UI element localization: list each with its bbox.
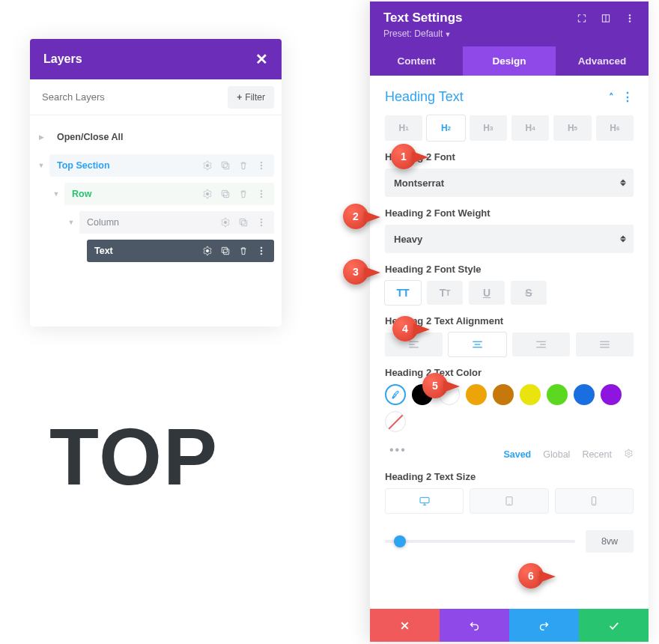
duplicate-icon[interactable] <box>220 246 231 256</box>
tab-advanced[interactable]: Advanced <box>556 46 649 76</box>
tree-column-row[interactable]: ▼ Column <box>37 210 274 235</box>
color-swatch[interactable] <box>520 384 541 405</box>
color-swatch[interactable] <box>493 384 514 405</box>
device-row <box>385 488 634 514</box>
preset-label: Preset: Default <box>383 28 443 39</box>
no-color-swatch[interactable] <box>385 411 406 432</box>
device-tablet-button[interactable] <box>470 488 548 514</box>
heading-h3[interactable]: H3 <box>470 115 507 141</box>
heading-h5[interactable]: H5 <box>553 115 591 141</box>
preset-selector[interactable]: Preset: Default▼ <box>383 28 635 46</box>
svg-rect-7 <box>224 192 229 198</box>
gear-icon[interactable] <box>202 246 213 256</box>
expand-icon[interactable] <box>577 13 587 23</box>
trash-icon[interactable] <box>238 160 249 171</box>
align-right-button[interactable] <box>512 332 570 356</box>
tree-open-close-row[interactable]: ▶ Open/Close All <box>37 124 274 150</box>
svg-point-0 <box>206 164 209 167</box>
device-desktop-button[interactable] <box>385 488 464 514</box>
weight-label: Heading 2 Font Weight <box>385 207 634 219</box>
heading-h1[interactable]: H1 <box>385 115 422 141</box>
color-swatch[interactable] <box>466 384 487 405</box>
align-justify-button[interactable] <box>576 332 634 356</box>
svg-rect-1 <box>224 164 229 169</box>
smallcaps-button[interactable]: TT <box>427 281 463 305</box>
filter-button[interactable]: + Filter <box>228 86 274 109</box>
heading-h6[interactable]: H6 <box>596 115 634 141</box>
svg-point-6 <box>206 192 209 195</box>
caret-down-icon: ▼ <box>37 162 45 169</box>
duplicate-icon[interactable] <box>220 189 231 199</box>
strikethrough-button[interactable]: S <box>511 281 547 305</box>
duplicate-icon[interactable] <box>220 160 231 171</box>
cancel-button[interactable] <box>370 609 440 642</box>
svg-point-18 <box>206 249 209 252</box>
heading-h4[interactable]: H4 <box>511 115 549 141</box>
device-phone-button[interactable] <box>555 488 634 514</box>
gear-icon[interactable] <box>624 449 634 461</box>
size-label: Heading 2 Text Size <box>385 471 634 482</box>
gear-icon[interactable] <box>220 217 231 228</box>
uppercase-button[interactable]: TT <box>385 281 421 305</box>
color-swatch[interactable] <box>601 384 622 405</box>
heading-level-row: H1 H2 H3 H4 H5 H6 <box>385 115 634 141</box>
more-icon[interactable] <box>256 189 267 199</box>
select-arrows-icon <box>620 180 626 186</box>
chevron-up-icon[interactable]: ˄ <box>609 91 614 103</box>
font-style-row: TT TT U S <box>385 281 634 305</box>
svg-point-11 <box>261 196 262 198</box>
annotation-pointer-3: 3 <box>343 259 383 286</box>
svg-point-21 <box>261 247 262 249</box>
color-tab-saved[interactable]: Saved <box>503 449 531 460</box>
slider-thumb[interactable] <box>394 535 406 547</box>
more-icon[interactable]: ⋮ <box>622 90 634 104</box>
tree-text-row[interactable]: Text <box>37 238 274 264</box>
snap-icon[interactable] <box>601 13 611 23</box>
search-input[interactable] <box>37 85 228 109</box>
undo-button[interactable] <box>440 609 509 642</box>
plus-icon: + <box>237 92 242 103</box>
heading-h2[interactable]: H2 <box>427 115 464 141</box>
color-tab-recent[interactable]: Recent <box>582 449 612 460</box>
confirm-button[interactable] <box>579 609 649 642</box>
redo-button[interactable] <box>509 609 579 642</box>
more-icon[interactable] <box>625 13 635 23</box>
gear-icon[interactable] <box>202 189 213 199</box>
trash-icon[interactable] <box>238 189 249 199</box>
open-close-label: Open/Close All <box>49 126 274 148</box>
tree-row-row[interactable]: ▼ Row <box>37 181 274 207</box>
gear-icon[interactable] <box>202 160 213 171</box>
more-icon[interactable] <box>256 246 267 256</box>
underline-button[interactable]: U <box>469 281 505 305</box>
color-swatch[interactable] <box>547 384 568 405</box>
settings-header: Text Settings Preset: Default▼ <box>370 1 649 46</box>
svg-rect-42 <box>420 497 429 502</box>
duplicate-icon[interactable] <box>238 217 249 228</box>
color-tab-global[interactable]: Global <box>543 449 570 460</box>
svg-point-28 <box>629 20 631 22</box>
font-select[interactable]: Montserrat <box>385 168 634 197</box>
more-swatches-button[interactable]: ••• <box>385 443 407 457</box>
more-icon[interactable] <box>256 217 267 228</box>
align-center-button[interactable] <box>449 332 506 356</box>
layers-search-row: + Filter <box>30 79 282 115</box>
weight-select[interactable]: Heavy <box>385 225 634 253</box>
eyedropper-button[interactable] <box>385 384 406 405</box>
annotation-pointer-4: 4 <box>392 316 433 343</box>
settings-footer <box>370 609 649 642</box>
close-icon[interactable]: ✕ <box>255 50 268 68</box>
svg-point-12 <box>224 221 227 224</box>
weight-value: Heavy <box>394 234 422 245</box>
svg-point-41 <box>628 452 630 455</box>
size-slider[interactable] <box>385 540 575 543</box>
more-icon[interactable] <box>256 160 267 171</box>
trash-icon[interactable] <box>238 246 249 256</box>
color-swatch[interactable] <box>574 384 595 405</box>
section-heading-text[interactable]: Heading Text ˄ ⋮ <box>385 89 634 105</box>
size-input[interactable] <box>586 530 634 553</box>
svg-rect-2 <box>222 162 227 167</box>
caret-down-icon: ▼ <box>444 31 451 38</box>
tree-section-row[interactable]: ▼ Top Section <box>37 153 274 178</box>
tab-content[interactable]: Content <box>370 46 463 76</box>
tab-design[interactable]: Design <box>463 46 556 76</box>
